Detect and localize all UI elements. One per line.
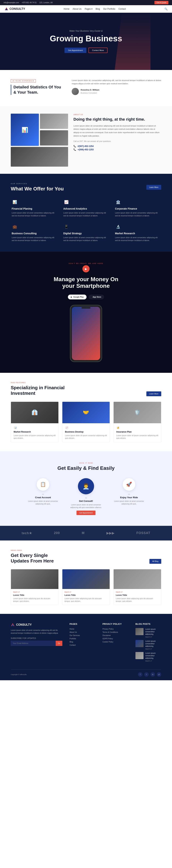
get-appointment-button[interactable]: Get Appointment [77,510,96,515]
footer-link-home[interactable]: Home [69,628,95,630]
footer-link-disclaimer[interactable]: Disclaimer [103,634,128,637]
apple-store-button[interactable]: App Store [89,294,104,300]
how-steps: 📋 01 Creat Account Lorem ipsum dolor sit… [7,478,165,515]
footer-blog-2: Lorem ipsum consectetur adipiscing. Marc… [136,652,161,662]
footer-link-gdpr[interactable]: GDPR Policy [103,638,128,640]
footer-link-terms[interactable]: Terms & Conditions [103,631,128,633]
logo-text: CONSULTY [9,7,25,10]
logo[interactable]: CONSULTY [4,7,25,11]
quote-button[interactable]: Get A Quote [154,1,168,4]
footer-blog-1: Lorem ipsum consectetur adipiscing. Marc… [136,640,161,650]
social-facebook[interactable]: f [138,672,142,677]
financial-icon: 📊 [12,199,18,205]
inv-card-market: 👔 📊 Market Research Lorem ipsum dolor si… [11,402,59,442]
footer-logo: CONSULTY [11,623,62,627]
news-date-1: March 17 [64,591,108,593]
phone-notch [82,307,90,309]
services-label: Our Services [11,183,64,185]
logo-icon [4,7,8,11]
how-step-1: 📋 01 Creat Account Lorem ipsum dolor sit… [22,478,64,505]
investment-learn-more[interactable]: Learn More [146,392,161,396]
investment-title-block: Paid Features Specializing in Financial … [11,382,65,396]
news-body-2: March 17 Lorem Tittle Lorem ipsum dolor … [114,589,161,605]
footer-link-cookie[interactable]: Cookie Policy [103,641,128,643]
footer-blog-img-0 [136,628,144,635]
step-title-2: Get Consult! [68,500,104,502]
news-card-title-0: Lorem Tittle [13,594,56,596]
social-twitter[interactable]: t [144,672,149,677]
subscribe-button[interactable]: Go [56,641,62,646]
footer-col4-heading: Blog Posts [136,623,161,625]
footer-link-about[interactable]: About Us [69,631,95,633]
social-linkedin[interactable]: in [150,672,155,677]
market-research-icon: 📊 [13,426,17,430]
top-bar-cta[interactable]: Get A Quote [154,1,168,4]
social-icons: f t in yt [138,672,161,677]
footer-col-1: CONSULTY Lorem ipsum dolor sit amet cons… [11,623,62,664]
footer-blog-img-2 [136,652,144,659]
footer-link-privacy[interactable]: Privacy Policy [103,628,128,630]
how-step-3: 🚀 03 Enjoy Your Ride Lorem ipsum dolor s… [108,478,150,505]
contact-button[interactable]: Contect More [88,48,108,53]
nav-contact[interactable]: Contact [118,8,126,10]
hero-bg-decoration [115,13,150,70]
search-icon[interactable]: 🔍 [165,7,168,10]
topbar-email: info@example.com [4,2,19,4]
social-youtube[interactable]: yt [157,672,161,677]
nav-portfolio[interactable]: Our Portfolio [103,8,115,10]
service-text-5: Lorem ipsum dolor sit amet consectetur a… [115,236,160,242]
services-header: Our Services What We Offer for You Learn… [11,183,161,192]
doing-content: About Us Doing the right thing, at the r… [74,114,161,152]
play-button[interactable]: ▶ [82,265,90,272]
doing-images: 📊 [11,114,68,166]
investment-header: Paid Features Specializing in Financial … [11,382,161,396]
news-section: News Feed Get Every Single Updates From … [0,540,172,614]
google-play-button[interactable]: ▶ Google Play [68,294,87,300]
inv-icon-row-0: 📊 [13,426,56,430]
app-title: Manage your Money On your Smartphone [54,276,118,289]
footer-blog-date-2: March 17 [145,660,161,662]
news-date-2: March 17 [116,591,159,593]
news-card-text-2: Lorem ipsum dolor adipiscing quis dio al… [116,597,159,602]
nav-blog[interactable]: Blog [96,8,100,10]
subscribe-input[interactable] [11,641,56,646]
footer-blog-date-1: March 17 [145,648,161,650]
inv-body-market: 📊 Market Research Lorem ipsum dolor sit … [11,423,58,442]
news-title: Get Every Single Updates From Here [11,553,54,564]
avatar-row: Rowolina D. William Business Consultant [71,88,161,95]
app-label: Don't be freat, we are here [68,262,103,264]
phone-icon-1: 📞 [74,145,76,148]
nav-pages[interactable]: Pages ▾ [85,8,92,10]
stats-text: Lorem ipsum dolor sit, consectetur adipi… [71,79,161,85]
footer-blog-title-1: Lorem ipsum consectetur adipiscing. [145,640,161,648]
service-card-digital: 📱 Digital Strategy Lorem ipsum dolor sit… [62,223,110,243]
doing-img-main: 📊 [11,114,39,146]
services-learn-more[interactable]: Learn More [146,185,161,190]
avatar-name: Rowolina D. William [81,88,99,92]
footer-link-services[interactable]: Our Services [69,634,95,637]
footer-blog-title-0: Lorem ipsum consectetur adipiscing. [145,628,161,636]
market-icon: 🔬 [115,223,121,230]
nav-home[interactable]: Home [64,8,69,10]
insurance-icon: 💰 [116,426,120,430]
partners-section: tech★ 200 M ▶▶▶ FOSSAT [0,526,172,540]
footer-link-portfolio[interactable]: Portfolio [69,638,95,640]
step-icon-1: 📋 [37,478,49,491]
service-title-0: Financial Planing [12,207,57,210]
footer-bottom: Copyright © tofknsults. f t in yt [11,669,161,677]
all-blog-button[interactable]: All Blog [149,559,161,564]
footer-link-blog[interactable]: Blog [69,641,95,643]
appointment-button[interactable]: Get Appointment [64,48,86,53]
inv-card-title-2: Insurance Plan [116,431,159,433]
news-card-0: March 17 Lorem Tittle Lorem ipsum dolor … [11,569,59,605]
nav-about[interactable]: About Us [73,8,81,10]
service-text-0: Lorem ipsum dolor sit amet consectetur a… [12,212,57,217]
doing-img-bottom [11,147,68,166]
inv-body-insurance: 💰 Insurance Plan Lorem ipsum dolor sit i… [114,423,161,442]
news-card-text-0: Lorem ipsum dolor adipiscing quis dio al… [13,597,56,602]
news-body-0: March 17 Lorem Tittle Lorem ipsum dolor … [11,589,58,605]
footer-link-contact[interactable]: Contact [69,644,95,646]
news-card-1: March 17 Lorem Tittle Lorem ipsum dolor … [62,569,110,605]
news-card-2: March 17 Lorem Tittle Lorem ipsum dolor … [113,569,161,605]
inv-img-market: 👔 [11,402,58,423]
